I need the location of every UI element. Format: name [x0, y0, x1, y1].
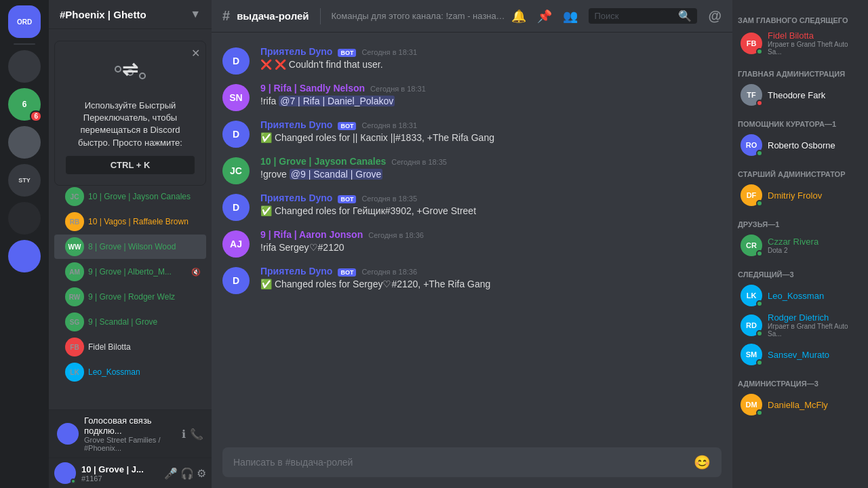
- member-name: Roberto Osborne: [768, 140, 835, 150]
- bell-icon[interactable]: 🔔: [511, 9, 526, 24]
- status-dot: [756, 200, 763, 207]
- quick-switcher-popup: ✕ ⇌ Используйте Быстрый Переключатель, ч…: [54, 41, 206, 186]
- members-icon[interactable]: 👥: [563, 9, 578, 24]
- message-content: Приятель Dyno BOT Сегодня в 18:31 ✅ Chan…: [260, 119, 722, 148]
- rs-member-czzar[interactable]: CR Czzar Rivera Dota 2: [735, 232, 865, 259]
- rs-member-theodore[interactable]: TF Theodore Fark: [735, 81, 865, 108]
- member-name: Leo_Kossman: [88, 367, 140, 377]
- message-text: ✅ Changed roles for Гейщик#3902, +Grove …: [260, 205, 722, 218]
- pin-icon[interactable]: 📌: [537, 9, 552, 24]
- member-fidel[interactable]: FB Fidel Bilotta: [54, 335, 206, 359]
- member-name: Fidel Bilotta: [88, 342, 131, 352]
- voice-info: Голосовая связь подклю... Grove Street F…: [84, 415, 176, 452]
- message-timestamp: Сегодня в 18:35: [361, 195, 417, 203]
- member-raffaele-brown[interactable]: RB 10 | Vagos | Raffaele Brown: [54, 209, 206, 234]
- microphone-icon[interactable]: 🎤: [164, 467, 178, 480]
- avatar: JC: [222, 157, 250, 184]
- channel-description: Команды для этого канала: !zam - назначи…: [332, 11, 507, 21]
- server-icon-3[interactable]: 6 6: [8, 88, 41, 121]
- message-content: 10 | Grove | Jayson Canales Сегодня в 18…: [260, 156, 722, 184]
- message-text: ✅ Changed roles for Sergey♡#2120, +The R…: [260, 278, 722, 291]
- rs-member-rodger-dietrich[interactable]: RD Rodger Dietrich Играет в Grand Theft …: [735, 310, 865, 340]
- rs-section-starshiy: СТАРШИЙ АДМИНИСТРАТОР: [732, 159, 868, 181]
- rs-member-leo[interactable]: LK Leo_Kossman: [735, 282, 865, 309]
- message-timestamp: Сегодня в 18:35: [391, 158, 447, 166]
- message-author[interactable]: 10 | Grove | Jayson Canales: [260, 156, 386, 167]
- search-box[interactable]: 🔍: [589, 8, 697, 24]
- member-name: Theodore Fark: [768, 90, 825, 100]
- avatar: RD: [741, 314, 762, 336]
- message-author[interactable]: Приятель Dyno: [260, 46, 332, 57]
- main-content: # выдача-ролей Команды для этого канала:…: [212, 0, 732, 488]
- message-group: SN 9 | Rifa | Sandly Nelson Сегодня в 18…: [212, 80, 732, 114]
- channel-hash-icon: #: [222, 8, 230, 24]
- message-text-input[interactable]: [233, 457, 686, 468]
- server-icon-2[interactable]: [8, 50, 41, 83]
- rs-member-roberto[interactable]: RO Roberto Osborne: [735, 131, 865, 159]
- bot-badge: BOT: [338, 268, 356, 277]
- server-name-header[interactable]: #Phoenix | Ghetto ▼: [49, 0, 212, 29]
- avatar: RO: [741, 134, 762, 156]
- username: 10 | Grove | J...: [81, 464, 159, 474]
- server-icon-5[interactable]: STY: [8, 164, 41, 197]
- member-jayson-canales[interactable]: JC 10 | Grove | Jayson Canales: [54, 184, 206, 209]
- server-title: #Phoenix | Ghetto: [60, 9, 146, 20]
- mention: @7 | Rifa | Daniel_Polakov: [279, 96, 395, 106]
- message-timestamp: Сегодня в 18:31: [361, 121, 417, 129]
- message-text: ❌ ❌ Couldn't find that user.: [260, 58, 722, 72]
- emoji-button[interactable]: 😊: [694, 454, 711, 470]
- quick-switcher-text: Используйте Быстрый Переключатель, чтобы…: [66, 100, 195, 149]
- avatar: RB: [65, 212, 84, 231]
- topbar-divider: [320, 8, 321, 24]
- emoji-green-check: ✅: [260, 205, 272, 216]
- message-text: ✅ Changed roles for || Каспix ||#1833, +…: [260, 131, 722, 145]
- message-author[interactable]: 9 | Rifa | Sandly Nelson: [260, 83, 365, 94]
- rs-member-daniella[interactable]: DM Daniella_McFly: [735, 391, 865, 418]
- member-wilson-wood[interactable]: WW 8 | Grove | Wilson Wood: [54, 235, 206, 259]
- voice-bar: Голосовая связь подклю... Grove Street F…: [49, 409, 212, 458]
- avatar: LK: [741, 285, 762, 306]
- server-icon-6[interactable]: [8, 202, 41, 235]
- search-input[interactable]: [594, 11, 674, 21]
- message-author[interactable]: Приятель Dyno: [260, 266, 332, 277]
- member-alberto[interactable]: AM 9 | Grove | Alberto_M... 🔇: [54, 260, 206, 284]
- member-status: Играет в Grand Theft Auto Sa...: [768, 323, 860, 338]
- voice-phone-icon[interactable]: 📞: [190, 428, 203, 441]
- svg-point-2: [140, 73, 145, 79]
- message-group: D Приятель Dyno BOT Сегодня в 18:31 ❌ ❌ …: [212, 43, 732, 77]
- member-name: Daniella_McFly: [768, 400, 828, 410]
- message-timestamp: Сегодня в 18:36: [368, 231, 424, 239]
- rs-member-dmitriy[interactable]: DF Dmitriy Frolov: [735, 182, 865, 209]
- rs-member-fidel[interactable]: FB Fidel Bilotta Играет в Grand Theft Au…: [735, 28, 865, 58]
- user-avatar: [54, 462, 76, 484]
- server-icon-4[interactable]: [8, 126, 41, 159]
- message-content: Приятель Dyno BOT Сегодня в 18:35 ✅ Chan…: [260, 192, 722, 221]
- close-icon[interactable]: ✕: [191, 47, 200, 60]
- rs-member-sansev[interactable]: SM Sansev_Murato: [735, 341, 865, 368]
- member-rodger-welz[interactable]: RW 9 | Grove | Rodger Welz: [54, 285, 206, 309]
- message-input-box: 😊: [222, 447, 722, 477]
- message-author[interactable]: Приятель Dyno: [260, 192, 332, 203]
- emoji-green-check: ✅: [260, 279, 272, 289]
- member-name: 10 | Grove | Jayson Canales: [88, 192, 191, 201]
- server-icon-7[interactable]: [8, 240, 41, 272]
- message-group: D Приятель Dyno BOT Сегодня в 18:35 ✅ Ch…: [212, 190, 732, 224]
- message-group: JC 10 | Grove | Jayson Canales Сегодня в…: [212, 153, 732, 187]
- settings-icon[interactable]: ⚙: [197, 467, 206, 480]
- message-author[interactable]: Приятель Dyno: [260, 119, 332, 130]
- member-name: 9 | Grove | Alberto_M...: [88, 267, 172, 277]
- message-header: Приятель Dyno BOT Сегодня в 18:31: [260, 46, 722, 57]
- message-header: 9 | Rifa | Aaron Jonson Сегодня в 18:36: [260, 229, 722, 240]
- message-author[interactable]: 9 | Rifa | Aaron Jonson: [260, 229, 363, 240]
- member-scandal[interactable]: SG 9 | Scandal | Grove: [54, 310, 206, 334]
- server-icon-main[interactable]: ORD: [8, 5, 41, 38]
- message-header: Приятель Dyno BOT Сегодня в 18:36: [260, 266, 722, 277]
- voice-info-icon[interactable]: ℹ: [182, 428, 186, 441]
- channel-list: ▶ grove Grove Street Families JC 10 | Gr…: [49, 151, 212, 409]
- quick-switcher-shortcut[interactable]: CTRL + K: [66, 156, 195, 174]
- member-leo[interactable]: LK Leo_Kossman: [54, 360, 206, 384]
- emoji-red-x: ❌: [260, 59, 272, 70]
- headphone-icon[interactable]: 🎧: [180, 467, 194, 480]
- at-icon[interactable]: @: [708, 8, 722, 24]
- status-dot: [756, 48, 763, 55]
